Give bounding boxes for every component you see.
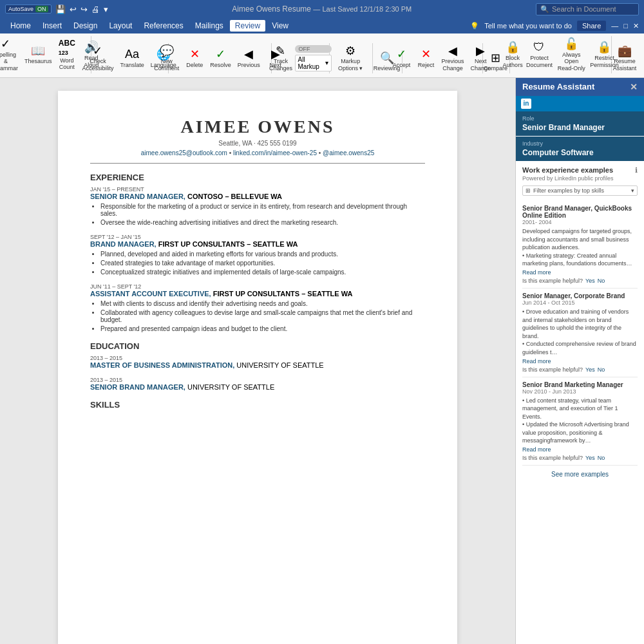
see-more-button[interactable]: See more examples <box>522 466 638 483</box>
always-open-button[interactable]: 🔓 Always OpenRead-Only <box>554 36 589 73</box>
accept-button[interactable]: ✓ Accept <box>390 46 413 70</box>
accept-reject-buttons: ✓ Accept ✕ Reject ◀ PreviousChange ▶ Nex… <box>390 43 494 73</box>
example3-no-button[interactable]: No <box>598 455 605 461</box>
role-value[interactable]: Senior Brand Manager <box>522 123 638 132</box>
reject-button[interactable]: ✕ Reject <box>415 46 438 70</box>
resume-assistant-button[interactable]: 💼 ResumeAssistant <box>611 43 639 73</box>
autosave-badge[interactable]: AutoSave ON <box>5 5 52 14</box>
linkedin-badge: in <box>516 96 644 111</box>
edu2-school: UNIVERSITY OF SEATTLE <box>187 383 274 391</box>
edu1-dates: 2013 – 2015 <box>90 355 425 361</box>
toolbar-undo-icon[interactable]: ↩ <box>70 5 77 14</box>
window-maximize-icon[interactable]: □ <box>623 22 628 30</box>
track-changes-icon: ✎ <box>276 44 285 59</box>
side-panel-title: Resume Assistant <box>522 82 594 91</box>
example2-readmore[interactable]: Read more <box>522 358 551 365</box>
block-authors-button[interactable]: 🔒 BlockAuthors <box>501 39 524 70</box>
menu-design[interactable]: Design <box>68 20 102 32</box>
resume-name: AIMEE OWENS <box>90 117 425 137</box>
resolve-icon: ✓ <box>216 48 225 62</box>
always-open-label: Always OpenRead-Only <box>557 52 586 72</box>
menu-insert[interactable]: Insert <box>37 20 67 32</box>
resume-linkedin: linked.com/in/aimee-owen-25 <box>233 149 317 156</box>
example1-helpful: Is this example helpful? Yes No <box>522 278 638 284</box>
markup-dropdown[interactable]: All Markup ▾ <box>295 55 332 71</box>
side-panel-close-button[interactable]: ✕ <box>630 82 638 92</box>
track-toggle[interactable]: OFF <box>295 45 332 53</box>
previous-change-button[interactable]: ◀ PreviousChange <box>439 43 467 73</box>
translate-label: Translate <box>120 62 144 69</box>
markup-options-button[interactable]: ⚙ Markup Options ▾ <box>332 43 368 73</box>
toolbar-redo-icon[interactable]: ↪ <box>80 5 88 14</box>
thesaurus-button[interactable]: 📖 Thesaurus <box>23 43 54 66</box>
edu-entry-2: 2013 – 2015 SENIOR BRAND MANAGER, UNIVER… <box>90 377 425 391</box>
block-authors-icon: 🔒 <box>506 41 520 55</box>
example3-date: Nov 2010 - Jun 2013 <box>522 388 638 395</box>
resume-contact-links: aimee.owens25@outlook.com • linked.com/i… <box>90 149 425 156</box>
job1-title-highlight: SENIOR BRAND MANAGER, <box>90 193 185 200</box>
job2-bullet-2: Created strategies to take advantage of … <box>100 260 425 267</box>
previous-comment-button[interactable]: ◀ Previous <box>235 46 263 70</box>
delete-button[interactable]: ✕ Delete <box>183 46 206 70</box>
education-section-title: EDUCATION <box>90 341 425 351</box>
example2-helpful: Is this example helpful? Yes No <box>522 366 638 373</box>
job-entry-3: JUN '11 – SEPT '12 ASSISTANT ACCOUNT EXE… <box>90 283 425 332</box>
document-area: AIMEE OWENS Seattle, WA · 425 555 0199 a… <box>0 78 515 644</box>
industry-value[interactable]: Computer Software <box>522 148 638 157</box>
new-comment-button[interactable]: 💬 NewComment <box>151 43 182 73</box>
toolbar-print-icon[interactable]: 🖨 <box>91 5 100 14</box>
toolbar-more-icon[interactable]: ▾ <box>104 5 108 14</box>
new-comment-label: NewComment <box>154 58 179 72</box>
tell-me-text[interactable]: Tell me what you want to do <box>484 22 572 30</box>
previous-label: Previous <box>238 62 260 69</box>
translate-button[interactable]: Aa Translate <box>118 46 147 70</box>
restrict-perm-icon: 🔒 <box>597 41 611 55</box>
share-button[interactable]: Share <box>577 21 606 31</box>
track-changes-button[interactable]: ✎ TrackChanges <box>268 43 293 73</box>
menu-review[interactable]: Review <box>230 20 265 32</box>
compare-icon: ⊞ <box>491 52 500 66</box>
example3-readmore[interactable]: Read more <box>522 446 551 453</box>
menu-home[interactable]: Home <box>5 20 36 32</box>
protect-doc-button[interactable]: 🛡 ProtectDocument <box>526 39 553 70</box>
job2-date: SEPT '12 – JAN '15 <box>90 234 425 240</box>
linkedin-icon: in <box>521 99 531 109</box>
menu-layout[interactable]: Layout <box>104 20 137 32</box>
spelling-grammar-button[interactable]: ✓ Spelling &Grammar <box>0 36 21 73</box>
example1-no-button[interactable]: No <box>598 278 605 284</box>
check-accessibility-button[interactable]: ✓ CheckAccessibility <box>79 43 116 73</box>
toolbar-save-icon[interactable]: 💾 <box>55 5 66 14</box>
document-page: AIMEE OWENS Seattle, WA · 425 555 0199 a… <box>58 91 457 644</box>
always-open-icon: 🔓 <box>564 37 578 52</box>
menu-view[interactable]: View <box>267 20 294 32</box>
search-box[interactable]: 🔍 Search in Document <box>536 3 639 15</box>
example2-no-button[interactable]: No <box>598 366 605 373</box>
filter-bar[interactable]: ⊞ Filter examples by top skills ▾ <box>522 185 638 196</box>
filter-icon: ⊞ <box>526 187 531 194</box>
window-minimize-icon[interactable]: — <box>611 22 618 30</box>
example2-yes-button[interactable]: Yes <box>585 366 595 373</box>
edu1-school: UNIVERSITY OF SEATTLE <box>236 361 323 369</box>
job3-date: JUN '11 – SEPT '12 <box>90 283 425 290</box>
word-count-button[interactable]: ABC123 WordCount <box>55 37 79 72</box>
example1-yes-button[interactable]: Yes <box>585 278 595 284</box>
window-close-icon[interactable]: ✕ <box>633 22 639 30</box>
powered-by-text: Powered by LinkedIn public profiles <box>522 175 638 182</box>
info-icon[interactable]: ℹ <box>635 166 638 175</box>
resolve-button[interactable]: ✓ Resolve <box>207 46 234 70</box>
example3-yes-button[interactable]: Yes <box>585 455 595 461</box>
example1-readmore[interactable]: Read more <box>522 269 551 276</box>
menu-mailings[interactable]: Mailings <box>190 20 229 32</box>
edu2-degree-highlight: SENIOR BRAND MANAGER, <box>90 383 185 391</box>
document-saved-info: — Last Saved 12/1/18 2:30 PM <box>313 5 412 13</box>
ribbon: ✓ Spelling &Grammar 📖 Thesaurus ABC123 W… <box>0 33 644 78</box>
menu-references[interactable]: References <box>138 20 188 32</box>
job1-date: JAN '15 – PRESENT <box>90 186 425 193</box>
edu1-degree-highlight: MASTER OF BUSINESS ADMINISTRATION, <box>90 361 234 369</box>
edu2-dates: 2013 – 2015 <box>90 377 425 383</box>
example-card-3: Senior Brand Marketing Manager Nov 2010 … <box>522 377 638 466</box>
resume-assistant-label: ResumeAssistant <box>613 58 637 72</box>
delete-label: Delete <box>186 62 203 69</box>
edu1-degree: MASTER OF BUSINESS ADMINISTRATION, UNIVE… <box>90 361 425 369</box>
ribbon-group-protect: 🔒 BlockAuthors 🛡 ProtectDocument 🔓 Alway… <box>511 36 612 73</box>
